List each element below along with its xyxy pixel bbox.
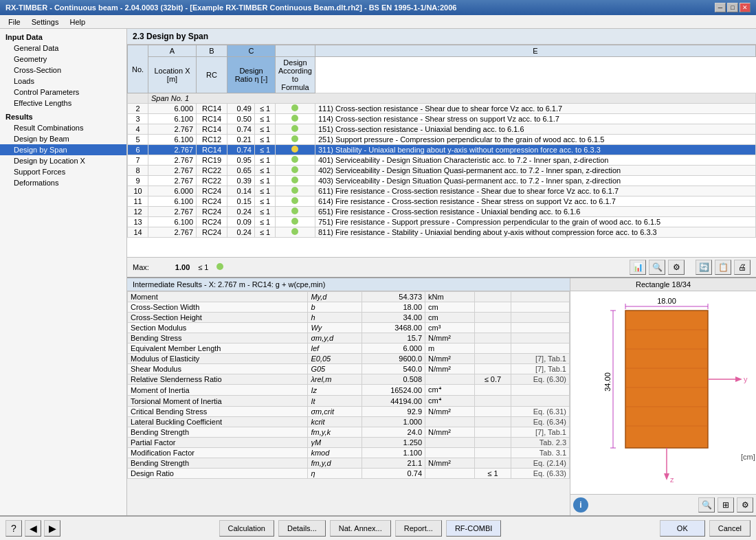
row-x: 2.767	[148, 207, 197, 217]
maximize-button[interactable]: □	[727, 3, 738, 12]
close-button[interactable]: ✕	[740, 3, 751, 12]
row-rc: RC19	[197, 155, 227, 166]
sidebar-item-design-by-location[interactable]: Design by Location X	[0, 155, 126, 166]
row-dot	[276, 196, 315, 207]
result-value: 0.74	[362, 469, 425, 479]
row-no: 11	[128, 196, 148, 207]
toolbar-right: OK Cancel	[660, 520, 751, 537]
sidebar-item-control-parameters[interactable]: Control Parameters	[0, 87, 126, 98]
table-row[interactable]: 2 6.000 RC14 0.49 ≤ 1 111) Cross-section…	[128, 104, 756, 114]
row-ratio: 0.14	[227, 186, 255, 196]
menu-bar: File Settings Help	[0, 15, 756, 29]
intermediate-title: Intermediate Results - X: 2.767 m - RC14…	[127, 278, 570, 291]
bottom-toolbar: ? ◀ ▶ Calculation Details... Nat. Annex.…	[0, 515, 756, 540]
settings-icon-btn[interactable]: ⚙	[668, 260, 685, 275]
row-no: 8	[128, 166, 148, 176]
result-ref	[511, 396, 569, 407]
result-value: 3468.00	[362, 323, 425, 333]
cs-zoom-btn[interactable]: 🔍	[698, 497, 715, 513]
table-row[interactable]: 14 2.767 RC24 0.24 ≤ 1 811) Fire resista…	[128, 227, 756, 238]
row-ratio: 0.24	[227, 207, 255, 217]
table-row[interactable]: 7 2.767 RC19 0.95 ≤ 1 401) Serviceabilit…	[128, 155, 756, 166]
sidebar-item-effective-lengths[interactable]: Effective Lengths	[0, 98, 126, 109]
nav-next-btn[interactable]: ▶	[44, 520, 60, 537]
table-row[interactable]: 12 2.767 RC24 0.24 ≤ 1 651) Fire resista…	[128, 207, 756, 217]
filter-icon-btn[interactable]: 🔍	[649, 260, 665, 275]
table-row-desc: Span No. 1	[148, 93, 756, 104]
table-row[interactable]: 3 6.100 RC14 0.50 ≤ 1 114) Cross-section…	[128, 114, 756, 124]
table-row[interactable]: 9 2.767 RC22 0.39 ≤ 1 403) Serviceabilit…	[128, 176, 756, 186]
table-row[interactable]: 8 2.767 RC22 0.65 ≤ 1 402) Serviceabilit…	[128, 166, 756, 176]
table-row[interactable]: 11 6.100 RC24 0.15 ≤ 1 614) Fire resista…	[128, 196, 756, 207]
sidebar-item-support-forces[interactable]: Support Forces	[0, 166, 126, 177]
menu-help[interactable]: Help	[64, 16, 91, 27]
export-icon-btn[interactable]: 📋	[715, 260, 731, 275]
row-ratio: 0.49	[227, 104, 255, 114]
rf-combi-button[interactable]: RF-COMBI	[446, 520, 501, 537]
print-icon-btn[interactable]: 🖨	[734, 260, 751, 275]
main-layout: Input Data General Data Geometry Cross-S…	[0, 29, 756, 515]
col-e-header: E	[315, 45, 755, 57]
sidebar-item-result-combinations[interactable]: Result Combinations	[0, 122, 126, 133]
menu-file[interactable]: File	[3, 16, 26, 27]
input-section-label: Input Data	[0, 32, 126, 43]
sidebar-item-loads[interactable]: Loads	[0, 76, 126, 87]
result-symbol: b	[308, 302, 362, 313]
row-le: ≤ 1	[255, 176, 276, 186]
result-ref	[511, 323, 569, 333]
minimize-button[interactable]: ─	[715, 3, 726, 12]
sidebar-item-design-by-beam[interactable]: Design by Beam	[0, 133, 126, 144]
cancel-button[interactable]: Cancel	[709, 520, 751, 537]
details-button[interactable]: Details...	[278, 520, 326, 537]
table-row[interactable]: 13 6.100 RC24 0.09 ≤ 1 751) Fire resista…	[128, 217, 756, 227]
sidebar-item-general-data[interactable]: General Data	[0, 43, 126, 54]
row-desc: 111) Cross-section resistance - Shear du…	[315, 104, 755, 114]
sidebar-item-cross-section[interactable]: Cross-Section	[0, 65, 126, 76]
row-no: 12	[128, 207, 148, 217]
menu-settings[interactable]: Settings	[26, 16, 65, 27]
table-row[interactable]: 5 6.100 RC12 0.21 ≤ 1 251) Support press…	[128, 135, 756, 145]
row-dot	[276, 114, 315, 124]
row-dot	[276, 135, 315, 145]
calculation-button[interactable]: Calculation	[219, 520, 274, 537]
results-row: Bending Stress σm,y,d 15.7 N/mm²	[128, 333, 570, 344]
sidebar: Input Data General Data Geometry Cross-S…	[0, 29, 127, 515]
cs-settings-btn[interactable]: ⚙	[737, 497, 753, 513]
nat-annex-button[interactable]: Nat. Annex...	[330, 520, 391, 537]
table-row[interactable]: 6 2.767 RC14 0.74 ≤ 1 311) Stability - U…	[128, 145, 756, 155]
table-row[interactable]: 10 6.000 RC24 0.14 ≤ 1 611) Fire resista…	[128, 186, 756, 196]
design-table-container[interactable]: No. A B C E Location X [m] RC Design Rat…	[127, 45, 756, 257]
nav-prev-btn[interactable]: ◀	[25, 520, 41, 537]
svg-text:z: z	[670, 475, 674, 484]
lower-area: Intermediate Results - X: 2.767 m - RC14…	[127, 278, 756, 515]
sidebar-item-deformations[interactable]: Deformations	[0, 177, 126, 188]
sidebar-item-geometry[interactable]: Geometry	[0, 54, 126, 65]
info-button[interactable]: i	[573, 497, 588, 513]
results-table-container[interactable]: Moment My,d 54.373 kNm Cross-Section Wid…	[127, 291, 570, 515]
sidebar-item-design-by-span[interactable]: Design by Span	[0, 144, 126, 155]
result-ref: Eq. (6.30)	[511, 374, 569, 385]
results-row: Cross-Section Width b 18.00 cm	[128, 302, 570, 313]
result-label: Modification Factor	[128, 448, 308, 458]
refresh-icon-btn[interactable]: 🔄	[696, 260, 712, 275]
ok-button[interactable]: OK	[660, 520, 705, 537]
row-ratio: 0.24	[227, 227, 255, 238]
toolbar-center: Calculation Details... Nat. Annex... Rep…	[65, 520, 656, 537]
result-label: Bending Stress	[128, 333, 308, 344]
help-icon-btn[interactable]: ?	[5, 520, 22, 537]
table-row-no	[128, 93, 148, 104]
cs-fit-btn[interactable]: ⊞	[718, 497, 734, 513]
result-unit: cm³	[425, 323, 475, 333]
max-value: 1.00	[175, 263, 190, 271]
table-row[interactable]: 4 2.767 RC14 0.74 ≤ 1 151) Cross-section…	[128, 124, 756, 135]
row-dot	[276, 166, 315, 176]
chart-icon-btn[interactable]: 📊	[630, 260, 646, 275]
result-symbol: γM	[308, 438, 362, 448]
cross-section-bottom-bar: i 🔍 ⊞ ⚙	[570, 494, 756, 515]
row-le: ≤ 1	[255, 196, 276, 207]
result-unit: N/mm²	[425, 354, 475, 364]
result-symbol: E0,05	[308, 354, 362, 364]
row-rc: RC24	[197, 227, 227, 238]
report-button[interactable]: Report...	[395, 520, 442, 537]
results-row: Cross-Section Height h 34.00 cm	[128, 313, 570, 323]
